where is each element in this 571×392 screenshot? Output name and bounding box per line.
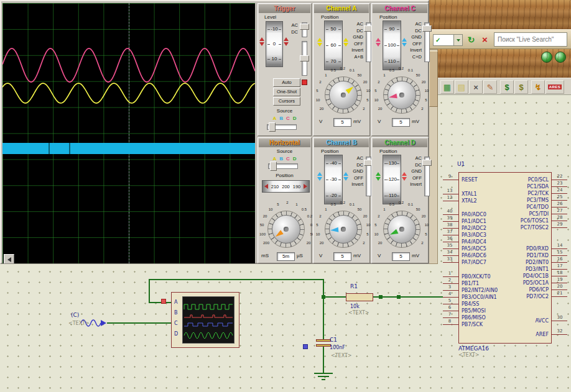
scroll-left-button[interactable]: [4, 254, 14, 263]
trigger-coupling-labels: AC DC: [289, 22, 298, 35]
pin-row: 25PC3/TMS: [439, 197, 571, 203]
resistor-value: 10k: [350, 304, 360, 309]
position-thumbwheel[interactable]: 90 100 110: [383, 21, 401, 70]
mcu-u1[interactable]: U1 9RESET 13XTAL1 12XTAL2 40PA0/ADC0 39P…: [439, 157, 571, 362]
channel-b-header: Channel B: [314, 139, 369, 147]
scale-knob[interactable]: [325, 211, 362, 248]
trigger-slope-slider[interactable]: [302, 41, 307, 76]
pin-row: 32AREF: [439, 331, 571, 337]
simulate-button[interactable]: ↯: [531, 80, 545, 94]
horizontal-panel: Horizontal Source A B C D Position 210 2…: [258, 137, 312, 263]
edit-button[interactable]: ✎: [483, 80, 497, 94]
pin-row: 24PC2/TCK: [439, 190, 571, 196]
trigger-level-thumbwheel[interactable]: -10 0 10: [266, 21, 283, 67]
browser-dropdown[interactable]: ✓: [433, 34, 463, 46]
wire[interactable]: [107, 280, 443, 380]
scale-knob[interactable]: [325, 76, 362, 114]
ground-icon: [314, 373, 333, 380]
position-thumbwheel[interactable]: -40 -30 -20: [324, 155, 343, 204]
pin-label-a: A: [174, 299, 177, 305]
coupling-labels: ACDCGNDOFFInvert: [401, 155, 422, 188]
horizontal-source-slider[interactable]: [268, 163, 298, 169]
ares-button[interactable]: ARES: [545, 80, 564, 94]
oscilloscope-part[interactable]: A B C D: [159, 291, 243, 350]
new-sheet-button[interactable]: ▤: [455, 80, 468, 94]
channel-b-title: Channel B: [326, 139, 356, 146]
green-orb-icon: [555, 52, 566, 63]
position-thumbwheel[interactable]: 50 60 70: [324, 21, 343, 70]
pin-row: 37PA3/ADC3: [439, 232, 571, 238]
trigger-coupling-slider[interactable]: [302, 22, 307, 37]
coupling-slider[interactable]: [366, 22, 371, 62]
pin-label-c: C: [174, 321, 178, 326]
knob-pointer: [389, 229, 398, 237]
trigger-source-slider[interactable]: [267, 124, 297, 130]
position-spinner[interactable]: [317, 38, 322, 47]
position-spinner[interactable]: [376, 38, 381, 47]
position-thumbwheel[interactable]: 210 200 190: [262, 180, 310, 193]
unit-right: µS: [297, 253, 303, 258]
resistor-r1[interactable]: R1 10k <TEXT>: [336, 283, 386, 315]
lightning-icon: ↯: [535, 83, 542, 92]
pin-row: 28PC6/TOSC1: [439, 217, 571, 224]
timebase-knob[interactable]: [267, 211, 305, 248]
scrollbar-thumb[interactable]: [429, 51, 438, 107]
position-thumbwheel[interactable]: -130 -120 -110: [383, 155, 401, 204]
unit-right: mV: [412, 119, 419, 124]
pencil-icon: ✎: [487, 83, 494, 92]
unit-right: mV: [353, 119, 361, 124]
level-spinner[interactable]: [284, 37, 289, 46]
level-spinner[interactable]: [259, 37, 264, 46]
probe-mode-button[interactable]: $: [514, 80, 528, 94]
coupling-slider[interactable]: [424, 22, 430, 62]
ares-icon: ARES: [548, 84, 562, 89]
source-channel-letters: A B C D: [258, 156, 311, 162]
stop-button[interactable]: ×: [479, 34, 491, 45]
browser-toolbar: ✓ ↻ ×: [429, 29, 571, 49]
capacitor-c1[interactable]: C1 100nF <TEXT>: [302, 335, 358, 363]
unit-right: mV: [412, 253, 419, 258]
pin-row: 30AVCC: [439, 317, 571, 324]
one-shot-button[interactable]: One-Shot: [273, 88, 300, 96]
refresh-button[interactable]: ↻: [465, 34, 477, 45]
channel-d-title: Channel D: [384, 139, 415, 146]
generator[interactable]: (C) <TEXT>: [66, 309, 109, 328]
app-toolbar: ▦ ▤ × ✎ $ $ ↯ ARES: [429, 78, 571, 95]
coupling-slider[interactable]: [366, 157, 371, 196]
screen: (C) <TEXT> A B C D R1 10k <TEXT> C1 100n…: [0, 0, 571, 392]
position-spinner[interactable]: [376, 172, 381, 181]
component-mode-button[interactable]: ▦: [440, 80, 454, 94]
position-spinner[interactable]: [317, 172, 322, 181]
pin-row: 5PB4/SS: [439, 301, 571, 307]
scale-knob[interactable]: [383, 76, 420, 114]
pin-row: 16PD2/INT0: [439, 259, 571, 265]
mini-scope-screen: [182, 296, 234, 344]
oscilloscope-window: Trigger Level -10 0 10 AC DC Auto One-Sh…: [0, 0, 429, 264]
channel-a-panel: Channel A Position 50 60 70 ACDCGNDOFFIn…: [313, 3, 370, 136]
scale-knob[interactable]: [383, 211, 420, 248]
pin-row: 19PD5/OC1A: [439, 280, 571, 286]
resistor-ref: R1: [350, 283, 358, 289]
search-input[interactable]: [494, 32, 567, 47]
sheet-icon: ▤: [458, 83, 465, 92]
source-channel-letters: A B C D: [258, 116, 311, 121]
generator-mode-button[interactable]: $: [500, 80, 514, 94]
unit-left: V: [378, 253, 381, 258]
channel-c-header: Channel C: [373, 4, 427, 13]
left-arrow-icon[interactable]: [264, 184, 268, 189]
cursors-button[interactable]: Cursors: [273, 97, 300, 106]
auto-button[interactable]: Auto: [273, 78, 300, 87]
capacitor-plate: [316, 339, 331, 342]
pin-label-b: B: [174, 310, 178, 316]
pin-row: 17PD3/INT1: [439, 266, 571, 272]
coupling-slider[interactable]: [424, 157, 430, 196]
knob-pointer: [330, 227, 339, 233]
right-arrow-icon[interactable]: [304, 184, 307, 189]
resistor-body: [346, 293, 373, 301]
unit-left: V: [378, 119, 381, 124]
delete-button[interactable]: ×: [469, 80, 483, 94]
left-arrow-icon: [7, 257, 11, 262]
pin-row: 26PC4/TDO: [439, 204, 571, 210]
position-label: Position: [321, 14, 338, 20]
position-label: Position: [258, 173, 311, 178]
